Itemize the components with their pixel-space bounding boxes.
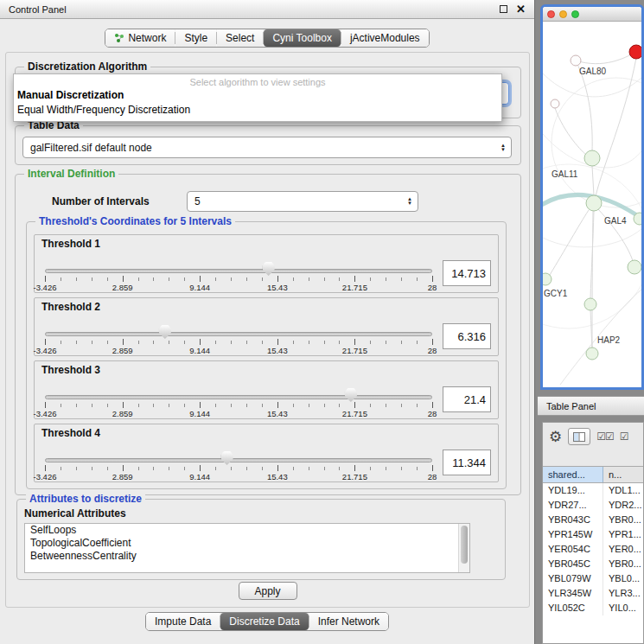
slider-thumb[interactable] xyxy=(159,325,171,339)
algorithm-option-manual-discretization[interactable]: Manual Discretization xyxy=(14,88,501,103)
tick-mark xyxy=(309,277,309,281)
network-canvas[interactable]: GAL80GAL11GAL4GCY1HAP2 xyxy=(543,22,641,387)
close-traffic-icon[interactable] xyxy=(547,10,555,18)
attributes-list-scrollbar[interactable] xyxy=(458,524,469,572)
table-row[interactable]: YBL079WYBL0... xyxy=(543,571,643,586)
slider-thumb[interactable] xyxy=(345,388,357,402)
attribute-item-selfloops[interactable]: SelfLoops xyxy=(25,524,469,537)
tick-mark xyxy=(92,277,92,281)
column-header-name[interactable]: n... xyxy=(603,467,643,482)
tick-mark xyxy=(61,277,61,281)
number-of-intervals-label: Number of Intervals xyxy=(52,195,150,207)
table-row[interactable]: YDR27...YDR2... xyxy=(543,498,643,513)
algorithm-popup-options: Manual DiscretizationEqual Width/Frequen… xyxy=(14,88,501,118)
table-row[interactable]: YLR345WYLR3... xyxy=(543,586,643,601)
tick-mark xyxy=(262,341,263,344)
table-panel-title: Table Panel xyxy=(546,401,596,411)
table-cell-name: YBL0... xyxy=(603,571,643,586)
slider-ticks xyxy=(45,339,432,346)
tick-mark xyxy=(401,277,402,281)
bottom-tab-impute-data[interactable]: Impute Data xyxy=(146,613,220,630)
tab-select[interactable]: Select xyxy=(217,29,263,47)
node-label-hap2: HAP2 xyxy=(597,335,621,345)
float-window-icon[interactable] xyxy=(500,5,507,13)
slider-track[interactable] xyxy=(45,458,432,462)
scrollbar-thumb[interactable] xyxy=(461,526,468,564)
zoom-traffic-icon[interactable] xyxy=(571,10,579,18)
number-of-intervals-combobox[interactable]: 5 ▲▼ xyxy=(187,191,418,212)
slider-track[interactable] xyxy=(45,395,432,399)
select-rows-icon[interactable]: ☑☑ xyxy=(596,431,614,442)
interval-definition-group-title: Interval Definition xyxy=(24,168,118,180)
network-node[interactable] xyxy=(634,213,641,225)
table-row[interactable]: YPR145WYPR1... xyxy=(543,527,643,542)
table-row[interactable]: YIL052CYIL0... xyxy=(543,601,643,615)
gal80-node[interactable] xyxy=(571,55,581,66)
node-label-gal80: GAL80 xyxy=(579,67,607,76)
slider-thumb[interactable] xyxy=(221,451,233,465)
threshold-1-slider[interactable]: -3.4262.8599.14415.4321.71528 xyxy=(45,258,432,291)
gcy1-node[interactable] xyxy=(543,273,552,285)
tab-cyni-toolbox[interactable]: Cyni Toolbox xyxy=(264,29,340,47)
table-row[interactable]: YBR045CYBR0... xyxy=(543,557,643,571)
slider-track[interactable] xyxy=(45,269,432,273)
gal11-node[interactable] xyxy=(584,150,600,166)
threshold-2-value[interactable]: 6.316 xyxy=(443,323,491,349)
tick-mark xyxy=(231,467,232,470)
tab-style[interactable]: Style xyxy=(175,29,216,47)
tick-mark xyxy=(246,404,247,407)
tick-mark xyxy=(138,277,139,281)
threshold-3-slider[interactable]: -3.4262.8599.14415.4321.71528 xyxy=(45,385,432,418)
threshold-4-row: Threshold 4-3.4262.8599.14415.4321.71528… xyxy=(34,424,499,482)
threshold-1-value[interactable]: 14.713 xyxy=(443,260,491,286)
minimize-traffic-icon[interactable] xyxy=(559,10,567,18)
tick-mark xyxy=(417,467,418,470)
tick-mark xyxy=(231,277,232,281)
attributes-to-discretize-group: Attributes to discretize Numerical Attri… xyxy=(16,499,506,580)
hap2-node[interactable] xyxy=(586,348,598,360)
threshold-4-value[interactable]: 11.344 xyxy=(443,450,491,475)
network-node[interactable] xyxy=(551,99,559,108)
attribute-item-betweennesscentrality[interactable]: BetweennessCentrality xyxy=(25,550,469,563)
tick-mark xyxy=(417,341,418,344)
table-data-combobox[interactable]: galFiltered.sif default node ▲▼ xyxy=(22,137,512,158)
column-header-shared-name[interactable]: shared... xyxy=(543,467,603,482)
highlighted-node[interactable] xyxy=(629,45,641,59)
algorithm-option-equal-width-frequency-discretization[interactable]: Equal Width/Frequency Discretization xyxy=(14,103,501,118)
tab-jactivemodules[interactable]: jActiveModules xyxy=(341,29,429,47)
tick-label: 9.144 xyxy=(189,472,210,481)
threshold-4-slider[interactable]: -3.4262.8599.14415.4321.71528 xyxy=(45,448,432,481)
columns-button[interactable] xyxy=(568,428,590,445)
table-row[interactable]: YDL19...YDL1... xyxy=(543,483,643,498)
network-node[interactable] xyxy=(628,260,641,274)
tab-label: Style xyxy=(184,32,207,44)
apply-button[interactable]: Apply xyxy=(239,582,297,600)
gear-icon[interactable]: ⚙ xyxy=(549,430,562,444)
threshold-1-row: Threshold 1-3.4262.8599.14415.4321.71528… xyxy=(34,234,499,293)
bottom-tab-discretize-data[interactable]: Discretize Data xyxy=(220,613,308,630)
tick-label: 28 xyxy=(428,283,437,292)
threshold-2-slider[interactable]: -3.4262.8599.14415.4321.71528 xyxy=(45,322,432,354)
tick-labels: -3.4262.8599.14415.4321.71528 xyxy=(45,409,432,418)
slider-thumb[interactable] xyxy=(263,262,275,276)
slider-ticks xyxy=(45,402,432,409)
network-node[interactable] xyxy=(584,298,596,310)
close-icon[interactable]: ✕ xyxy=(516,3,526,15)
table-cell-shared-name: YDL19... xyxy=(543,483,603,498)
tab-network[interactable]: Network xyxy=(105,29,175,47)
bottom-tab-infer-network[interactable]: Infer Network xyxy=(309,613,388,630)
table-cell-name: YBR0... xyxy=(603,513,643,527)
select-columns-icon[interactable]: ☑ xyxy=(620,431,628,442)
threshold-body: -3.4262.8599.14415.4321.7152821.4 xyxy=(41,385,491,418)
tick-mark xyxy=(107,277,108,281)
tick-mark xyxy=(262,277,263,281)
attribute-item-topologicalcoefficient[interactable]: TopologicalCoefficient xyxy=(25,537,469,550)
table-row[interactable]: YER054CYER0... xyxy=(543,542,643,557)
tick-mark xyxy=(107,404,108,407)
table-row[interactable]: YBR043CYBR0... xyxy=(543,513,643,527)
gal4-node[interactable] xyxy=(586,195,602,211)
threshold-3-value[interactable]: 21.4 xyxy=(443,386,491,412)
cyni-toolbox-panel: Discretization Algorithm ▲▼ Select algor… xyxy=(5,52,530,608)
slider-track[interactable] xyxy=(45,332,432,336)
tick-label: 15.43 xyxy=(267,472,288,481)
